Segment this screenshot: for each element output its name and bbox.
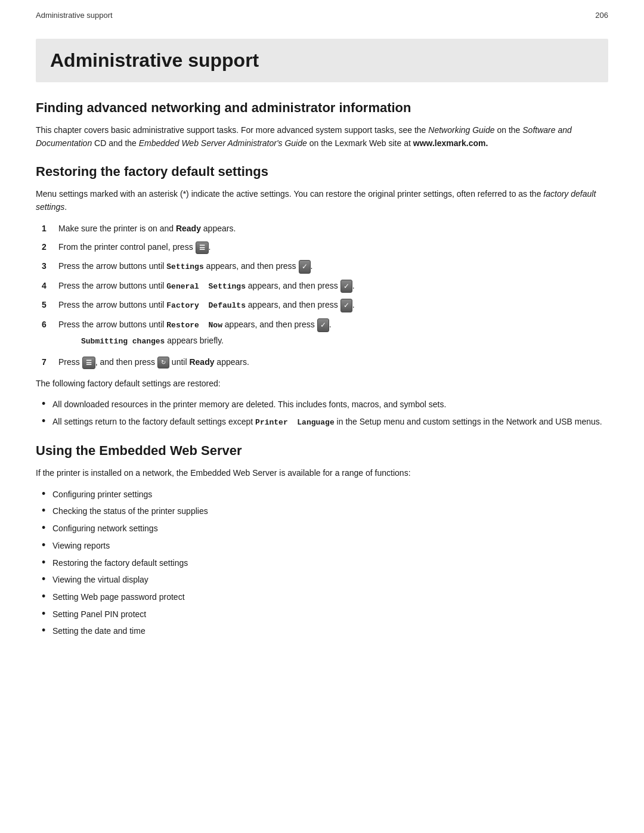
step-2-content: From the printer control panel, press ☰. bbox=[58, 241, 608, 254]
ews-bullet-9: • Setting the date and time bbox=[36, 625, 608, 638]
chapter-title: Administrative support bbox=[50, 49, 594, 72]
section3-heading: Using the Embedded Web Server bbox=[36, 443, 608, 459]
step-6: 6 Press the arrow buttons until Restore … bbox=[36, 318, 608, 350]
step-1-number: 1 bbox=[42, 222, 58, 236]
page-header: Administrative support 206 bbox=[0, 0, 644, 27]
section2-heading: Restoring the factory default settings bbox=[36, 164, 608, 179]
step-7: 7 Press ☰, and then press ↻ until Ready … bbox=[36, 356, 608, 369]
back-button-7: ↻ bbox=[157, 357, 169, 368]
step-3-number: 3 bbox=[42, 260, 58, 273]
ews-bullet-3: • Configuring network settings bbox=[36, 522, 608, 535]
header-page-number: 206 bbox=[595, 11, 608, 20]
ews-bullet-8: • Setting Panel PIN protect bbox=[36, 608, 608, 621]
step-2-number: 2 bbox=[42, 241, 58, 254]
section1-text2: on the bbox=[495, 125, 523, 135]
section1-text4: on the Lexmark Web site at bbox=[307, 138, 413, 148]
ews-bullet-4-text: Viewing reports bbox=[52, 540, 110, 553]
bullet-1: • All downloaded resources in the printe… bbox=[36, 398, 608, 411]
menu-button: ☰ bbox=[196, 241, 209, 254]
ews-bullet-4: • Viewing reports bbox=[36, 540, 608, 553]
ews-bullet-6-text: Viewing the virtual display bbox=[52, 574, 148, 587]
step-4: 4 Press the arrow buttons until General … bbox=[36, 280, 608, 293]
step-3-code: Settings bbox=[166, 262, 203, 271]
bullet-2-text: All settings return to the factory defau… bbox=[52, 416, 602, 429]
step-5-number: 5 bbox=[42, 299, 58, 312]
step-5-code: Factory Defaults bbox=[166, 301, 246, 310]
step-1: 1 Make sure the printer is on and Ready … bbox=[36, 222, 608, 236]
ews-bullet-7: • Setting Web page password protect bbox=[36, 591, 608, 604]
ews-bullet-2: • Checking the status of the printer sup… bbox=[36, 505, 608, 518]
ews-bullet-5-dot: • bbox=[42, 556, 52, 569]
step-6-indent: Submitting changes appears briefly. bbox=[81, 335, 608, 348]
section2-intro: Menu settings marked with an asterisk (*… bbox=[36, 188, 608, 213]
step-7-bold: Ready bbox=[189, 357, 214, 367]
section2-intro-text: Menu settings marked with an asterisk (*… bbox=[36, 189, 543, 199]
ews-bullet-6: • Viewing the virtual display bbox=[36, 574, 608, 587]
bullet-1-text: All downloaded resources in the printer … bbox=[52, 398, 446, 411]
bullet-2: • All settings return to the factory def… bbox=[36, 416, 608, 429]
ews-bullet-3-text: Configuring network settings bbox=[52, 522, 158, 535]
step-5: 5 Press the arrow buttons until Factory … bbox=[36, 299, 608, 312]
check-button-5: ✓ bbox=[340, 299, 352, 312]
step-7-content: Press ☰, and then press ↻ until Ready ap… bbox=[58, 356, 608, 369]
section1-body: This chapter covers basic administrative… bbox=[36, 124, 608, 150]
check-button-3: ✓ bbox=[299, 260, 311, 274]
section3-intro: If the printer is installed on a network… bbox=[36, 467, 608, 480]
step-4-number: 4 bbox=[42, 280, 58, 293]
content-area: Administrative support Finding advanced … bbox=[0, 27, 644, 683]
ews-bullets: • Configuring printer settings • Checkin… bbox=[36, 488, 608, 638]
step-6-code: Restore Now bbox=[166, 321, 222, 330]
page-container: Administrative support 206 Administrativ… bbox=[0, 0, 644, 833]
step-2: 2 From the printer control panel, press … bbox=[36, 241, 608, 254]
ews-bullet-9-text: Setting the date and time bbox=[52, 625, 145, 638]
check-button-6: ✓ bbox=[317, 318, 329, 332]
ews-bullet-2-dot: • bbox=[42, 504, 52, 518]
chapter-title-box: Administrative support bbox=[36, 39, 608, 82]
step-6-number: 6 bbox=[42, 318, 58, 332]
ews-bullet-4-dot: • bbox=[42, 539, 52, 552]
section1: Finding advanced networking and administ… bbox=[36, 100, 608, 150]
ews-bullet-1: • Configuring printer settings bbox=[36, 488, 608, 501]
following-text: The following factory default settings a… bbox=[36, 377, 608, 391]
step-3: 3 Press the arrow buttons until Settings… bbox=[36, 260, 608, 274]
section1-link: www.lexmark.com. bbox=[413, 138, 488, 148]
ews-bullet-1-text: Configuring printer settings bbox=[52, 488, 152, 501]
factory-defaults-bullets: • All downloaded resources in the printe… bbox=[36, 398, 608, 429]
ews-bullet-8-text: Setting Panel PIN protect bbox=[52, 608, 146, 621]
ews-bullet-5: • Restoring the factory default settings bbox=[36, 557, 608, 570]
ews-bullet-7-text: Setting Web page password protect bbox=[52, 591, 185, 604]
section1-text3: CD and the bbox=[92, 138, 139, 148]
step-1-content: Make sure the printer is on and Ready ap… bbox=[58, 222, 608, 236]
ews-bullet-5-text: Restoring the factory default settings bbox=[52, 557, 188, 570]
header-title: Administrative support bbox=[36, 11, 113, 20]
section1-heading: Finding advanced networking and administ… bbox=[36, 100, 608, 116]
section1-italic1: Networking Guide bbox=[428, 125, 494, 135]
section2-intro-end: . bbox=[64, 202, 67, 212]
section3: Using the Embedded Web Server If the pri… bbox=[36, 443, 608, 638]
step-6-submitting: Submitting changes bbox=[81, 337, 165, 346]
section1-text1: This chapter covers basic administrative… bbox=[36, 125, 428, 135]
bullet-2-code: Printer Language bbox=[255, 418, 335, 427]
step-1-bold: Ready bbox=[176, 224, 201, 233]
step-3-content: Press the arrow buttons until Settings a… bbox=[58, 260, 608, 274]
section2: Restoring the factory default settings M… bbox=[36, 164, 608, 429]
ews-bullet-2-text: Checking the status of the printer suppl… bbox=[52, 505, 208, 518]
bullet-1-dot: • bbox=[42, 398, 52, 411]
ews-bullet-3-dot: • bbox=[42, 522, 52, 535]
ews-bullet-7-dot: • bbox=[42, 590, 52, 603]
menu-button-7: ☰ bbox=[82, 357, 95, 369]
step-4-content: Press the arrow buttons until General Se… bbox=[58, 280, 608, 293]
ews-bullet-8-dot: • bbox=[42, 608, 52, 621]
ews-bullet-9-dot: • bbox=[42, 624, 52, 637]
ews-bullet-6-dot: • bbox=[42, 573, 52, 586]
step-6-content: Press the arrow buttons until Restore No… bbox=[58, 318, 608, 350]
step-7-number: 7 bbox=[42, 356, 58, 369]
step-5-content: Press the arrow buttons until Factory De… bbox=[58, 299, 608, 312]
steps-list: 1 Make sure the printer is on and Ready … bbox=[36, 222, 608, 369]
ews-bullet-1-dot: • bbox=[42, 488, 52, 501]
section1-italic3: Embedded Web Server Administrator's Guid… bbox=[139, 138, 307, 148]
check-button-4: ✓ bbox=[340, 280, 352, 293]
step-4-code: General Settings bbox=[166, 282, 246, 291]
bullet-2-dot: • bbox=[42, 415, 52, 428]
